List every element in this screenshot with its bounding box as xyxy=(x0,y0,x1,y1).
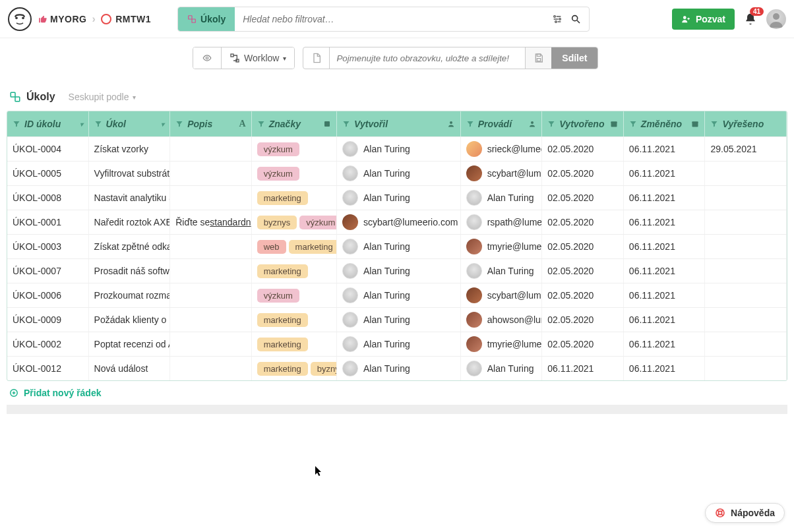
help-button[interactable]: Nápověda xyxy=(705,503,785,523)
column-header[interactable]: Vyřešeno xyxy=(705,111,787,136)
cell-assignee: scybart@lumeerio.com xyxy=(461,162,543,185)
table-row[interactable]: ÚKOL-0009Požádak klienty o hmarketingAla… xyxy=(7,307,787,332)
svg-point-1 xyxy=(22,16,24,19)
svg-rect-17 xyxy=(537,54,540,56)
notifications-button[interactable]: 41 xyxy=(744,13,757,26)
cell-desc xyxy=(170,332,252,356)
column-header[interactable]: PopisA xyxy=(170,111,252,136)
cell-id: ÚKOL-0009 xyxy=(7,308,89,332)
search-pill-label: Úkoly xyxy=(200,14,226,24)
save-button[interactable] xyxy=(525,47,551,69)
view-name-input[interactable] xyxy=(330,47,525,69)
breadcrumb-project[interactable]: RMTW1 xyxy=(101,14,151,24)
cell-task: Nová událost xyxy=(89,357,171,380)
chevron-down-icon: ▾ xyxy=(133,94,136,101)
share-button[interactable]: Sdílet xyxy=(551,47,597,69)
org-label: MYORG xyxy=(50,14,86,24)
column-header[interactable]: Vytvořeno xyxy=(542,111,624,136)
cards-icon xyxy=(187,15,197,24)
svg-line-36 xyxy=(721,510,723,512)
svg-rect-2 xyxy=(189,15,192,18)
cell-id: ÚKOL-0007 xyxy=(7,259,89,283)
cell-assignee: Alan Turing xyxy=(461,186,543,210)
cell-id: ÚKOL-0003 xyxy=(7,235,89,258)
cell-desc xyxy=(170,137,252,161)
user-avatar[interactable] xyxy=(766,9,786,29)
cell-creator: Alan Turing xyxy=(337,332,461,356)
cell-task: Nastavit analytiku a xyxy=(89,186,171,210)
cell-tags: výzkum xyxy=(252,162,337,185)
table-row[interactable]: ÚKOL-0012Nová událostmarketingbyznysAlan… xyxy=(7,356,787,380)
cell-task: Naředit roztok AXE xyxy=(89,210,171,234)
cell-resolved xyxy=(705,332,787,356)
project-label: RMTW1 xyxy=(115,14,151,24)
column-header[interactable]: Změněno xyxy=(624,111,706,136)
search-bar: Úkoly xyxy=(177,7,590,32)
cell-changed: 06.11.2021 xyxy=(624,357,706,380)
cell-creator: scybart@lumeerio.com xyxy=(337,210,461,234)
cell-resolved xyxy=(705,283,787,307)
invite-button[interactable]: Pozvat xyxy=(672,9,735,30)
svg-rect-20 xyxy=(15,97,20,102)
cell-resolved xyxy=(705,210,787,234)
cell-tags: marketing xyxy=(252,259,337,283)
column-header[interactable]: Značky xyxy=(252,111,337,136)
svg-rect-3 xyxy=(192,19,195,22)
add-row-button[interactable]: Přidat nový řádek xyxy=(0,381,794,405)
cell-created: 02.05.2020 xyxy=(542,259,624,283)
workflow-dropdown[interactable]: Worklow ▾ xyxy=(222,47,294,69)
svg-point-12 xyxy=(683,16,687,19)
column-header[interactable]: Provádí xyxy=(461,111,543,136)
cell-creator: Alan Turing xyxy=(337,357,461,380)
cell-created: 02.05.2020 xyxy=(542,186,624,210)
group-by-dropdown[interactable]: Seskupit podle ▾ xyxy=(69,92,137,102)
table-row[interactable]: ÚKOL-0002Poptat recenzi od AmarketingAla… xyxy=(7,332,787,356)
table-row[interactable]: ÚKOL-0006Prozkoumat rozmacvýzkumAlan Tur… xyxy=(7,283,787,307)
cell-assignee: Alan Turing xyxy=(461,259,543,283)
cards-icon xyxy=(9,91,21,103)
cell-id: ÚKOL-0001 xyxy=(7,210,89,234)
cell-desc xyxy=(170,259,252,283)
svg-rect-21 xyxy=(324,121,330,127)
cell-task: Vyfiltrovat substrát xyxy=(89,162,171,185)
cell-task: Prozkoumat rozmac xyxy=(89,283,171,307)
svg-point-32 xyxy=(718,511,721,514)
column-header[interactable]: Úkol▾ xyxy=(89,111,171,136)
mouse-cursor xyxy=(315,466,323,477)
cell-resolved xyxy=(705,308,787,332)
cell-task: Získat vzorky xyxy=(89,137,171,161)
cell-creator: Alan Turing xyxy=(337,235,461,258)
cell-assignee: rspath@lumeerio.com xyxy=(461,210,543,234)
tasks-table: ID úkolu▾Úkol▾PopisAZnačkyVytvořilProvád… xyxy=(7,111,787,381)
cell-id: ÚKOL-0008 xyxy=(7,186,89,210)
cell-changed: 06.11.2021 xyxy=(624,235,706,258)
table-row[interactable]: ÚKOL-0003Získat zpětné odkazwebmarketing… xyxy=(7,234,787,258)
breadcrumb-org[interactable]: MYORG xyxy=(38,14,86,24)
settings-toggle-icon[interactable] xyxy=(552,14,563,24)
table-row[interactable]: ÚKOL-0007Prosadit náš softwamarketingAla… xyxy=(7,258,787,283)
table-row[interactable]: ÚKOL-0005Vyfiltrovat substrátvýzkumAlan … xyxy=(7,161,787,185)
document-icon[interactable] xyxy=(303,47,330,69)
cell-desc xyxy=(170,308,252,332)
search-pill[interactable]: Úkoly xyxy=(178,7,235,31)
search-icon[interactable] xyxy=(570,14,581,24)
cell-tags: webmarketing xyxy=(252,235,337,258)
column-header[interactable]: ID úkolu▾ xyxy=(7,111,89,136)
cell-task: Prosadit náš softwa xyxy=(89,259,171,283)
table-row[interactable]: ÚKOL-0004Získat vzorkyvýzkumAlan Turings… xyxy=(7,136,787,161)
app-logo[interactable] xyxy=(8,7,32,31)
table-row[interactable]: ÚKOL-0001Naředit roztok AXEŘiďte se stan… xyxy=(7,210,787,234)
cell-task: Získat zpětné odkaz xyxy=(89,235,171,258)
column-header[interactable]: Vytvořil xyxy=(337,111,461,136)
search-input[interactable] xyxy=(235,7,544,31)
svg-point-14 xyxy=(206,57,208,59)
cell-created: 02.05.2020 xyxy=(542,137,624,161)
chevron-down-icon: ▾ xyxy=(283,55,286,62)
invite-label: Pozvat xyxy=(696,14,725,24)
svg-point-10 xyxy=(572,15,578,20)
preview-button[interactable] xyxy=(193,47,222,69)
cell-created: 02.05.2020 xyxy=(542,332,624,356)
svg-rect-25 xyxy=(611,122,617,123)
cell-tags: marketing xyxy=(252,308,337,332)
table-row[interactable]: ÚKOL-0008Nastavit analytiku amarketingAl… xyxy=(7,185,787,210)
